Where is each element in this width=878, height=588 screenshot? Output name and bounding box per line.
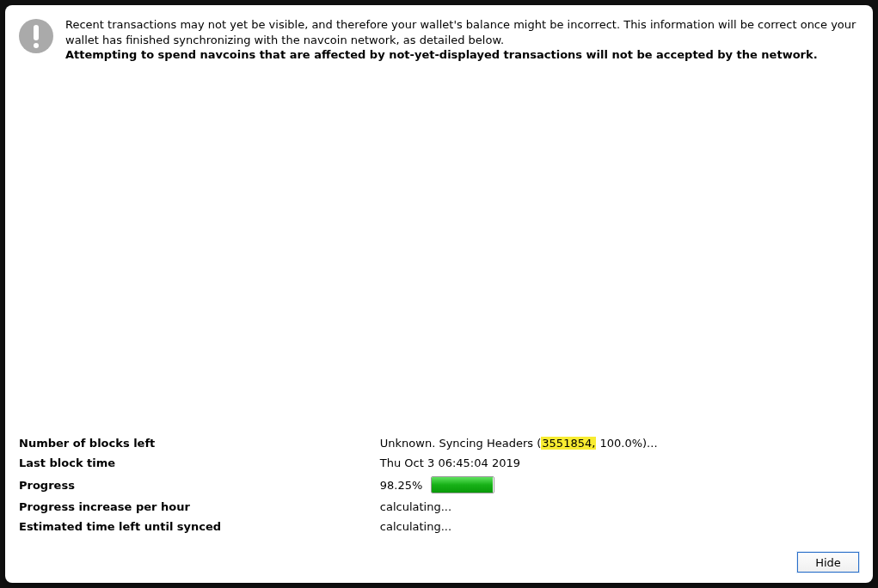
last-block-label: Last block time — [19, 453, 380, 473]
progress-label: Progress — [19, 473, 380, 497]
hide-button-label: Hide — [815, 556, 841, 569]
row-increase: Progress increase per hour calculating..… — [19, 497, 859, 517]
progress-value-cell: 98.25% — [380, 473, 859, 497]
row-blocks-left: Number of blocks left Unknown. Syncing H… — [19, 433, 859, 453]
blocks-left-label: Number of blocks left — [19, 433, 380, 453]
row-eta: Estimated time left until synced calcula… — [19, 517, 859, 536]
message-line1: Recent transactions may not yet be visib… — [65, 18, 856, 46]
sync-info-table: Number of blocks left Unknown. Syncing H… — [19, 433, 859, 536]
blocks-left-highlight: 3551854, — [541, 437, 596, 450]
sync-dialog: Recent transactions may not yet be visib… — [5, 5, 873, 583]
progress-bar — [431, 476, 494, 493]
row-last-block: Last block time Thu Oct 3 06:45:04 2019 — [19, 453, 859, 473]
hide-button[interactable]: Hide — [797, 552, 859, 573]
blocks-left-suffix: 100.0%)... — [596, 437, 657, 450]
progress-fill — [432, 477, 493, 493]
last-block-value: Thu Oct 3 06:45:04 2019 — [380, 453, 859, 473]
dialog-header: Recent transactions may not yet be visib… — [19, 17, 859, 63]
blocks-left-value: Unknown. Syncing Headers (3551854, 100.0… — [380, 433, 859, 453]
dialog-message: Recent transactions may not yet be visib… — [65, 17, 859, 63]
eta-value: calculating... — [380, 517, 859, 536]
progress-percent: 98.25% — [380, 479, 423, 492]
spacer — [19, 63, 859, 425]
button-row: Hide — [19, 552, 859, 573]
row-progress: Progress 98.25% — [19, 473, 859, 497]
eta-label: Estimated time left until synced — [19, 517, 380, 536]
increase-label: Progress increase per hour — [19, 497, 380, 517]
blocks-left-prefix: Unknown. Syncing Headers ( — [380, 437, 542, 450]
warning-icon — [19, 19, 53, 53]
message-line2: Attempting to spend navcoins that are af… — [65, 48, 818, 61]
increase-value: calculating... — [380, 497, 859, 517]
